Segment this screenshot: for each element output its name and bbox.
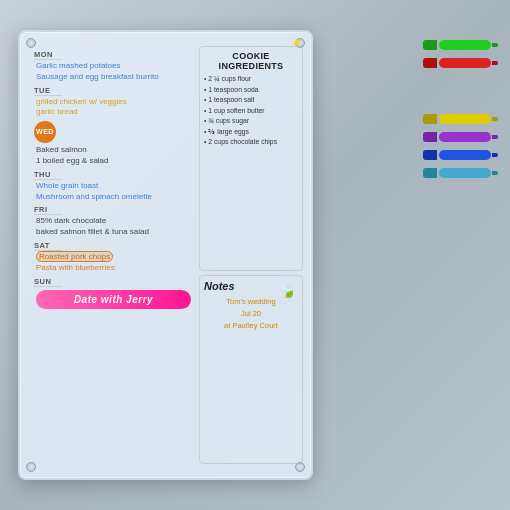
sun-icon: ☀ <box>291 35 303 50</box>
marker-yellow-cap <box>423 114 437 124</box>
tue-line1: grilled chicken w/ veggies <box>36 97 127 106</box>
day-label-mon: MON <box>34 50 62 60</box>
wed-line1: Baked salmon <box>36 145 87 154</box>
ingredient-item: 1 cup soften butter <box>204 106 298 117</box>
sat-line2: Pasta with blueberries <box>36 263 115 272</box>
notes-box: Notes 🍃 Tom's wedding Jul 20 at Pautley … <box>199 275 303 464</box>
board-inner: MON Garlic mashed potatoes Sausage and e… <box>26 38 305 472</box>
thu-line2: Mushroom and spinach omelette <box>36 192 152 201</box>
fridge-background: MON Garlic mashed potatoes Sausage and e… <box>0 0 510 510</box>
marker-red-cap <box>423 58 437 68</box>
marker-green-tip <box>492 43 498 47</box>
marker-purple-body <box>439 132 491 142</box>
schedule-column: MON Garlic mashed potatoes Sausage and e… <box>26 38 193 472</box>
day-content-tue: grilled chicken w/ veggies garlic bread <box>34 97 191 119</box>
marker-green <box>423 40 498 50</box>
whiteboard: MON Garlic mashed potatoes Sausage and e… <box>18 30 313 480</box>
ingredient-item: 2 ¼ cups flour <box>204 74 298 85</box>
markers-area <box>423 40 498 178</box>
mon-line1: Garlic mashed potatoes <box>36 61 121 70</box>
ingredient-item: 2 cups chocolate chips <box>204 137 298 148</box>
ingredient-item: ¾ cups sugar <box>204 116 298 127</box>
marker-red-body <box>439 58 491 68</box>
marker-yellow <box>423 114 498 124</box>
mon-line2: Sausage and egg breakfast burrito <box>36 72 159 81</box>
marker-blue-body <box>439 150 491 160</box>
fri-line2: baked salmon fillet & tuna salad <box>36 227 149 236</box>
notes-content: Tom's wedding Jul 20 at Pautley Court <box>204 296 298 332</box>
day-row-sat: SAT Roasted pork chops Pasta with bluebe… <box>34 241 191 274</box>
day-content-sun: Date with Jerry <box>34 288 191 310</box>
notes-line2: Jul 20 <box>204 308 298 320</box>
day-label-fri: FRI <box>34 205 62 215</box>
day-content-thu: Whole grain toast Mushroom and spinach o… <box>34 181 191 203</box>
marker-group-top <box>423 40 498 68</box>
marker-red <box>423 58 498 68</box>
wed-circle: WED <box>34 121 56 143</box>
screw-bl <box>26 462 36 472</box>
day-row-wed: WED Baked salmon 1 boiled egg & salad <box>34 121 191 167</box>
marker-blue <box>423 150 498 160</box>
day-content-fri: 85% dark chocolate baked salmon fillet &… <box>34 216 191 238</box>
ingredient-item: 1 teaspoon soda <box>204 85 298 96</box>
notes-line3: at Pautley Court <box>204 320 298 332</box>
tue-line2: garlic bread <box>36 107 78 116</box>
day-label-sat: SAT <box>34 241 62 251</box>
screw-tl <box>26 38 36 48</box>
wed-line2: 1 boiled egg & salad <box>36 156 109 165</box>
day-row-tue: TUE grilled chicken w/ veggies garlic br… <box>34 86 191 119</box>
marker-teal-cap <box>423 168 437 178</box>
marker-purple <box>423 132 498 142</box>
day-label-tue: TUE <box>34 86 62 96</box>
day-row-sun: SUN Date with Jerry <box>34 277 191 310</box>
ingredient-item: ⅔ large eggs <box>204 127 298 138</box>
sat-line1: Roasted pork chops <box>36 251 113 262</box>
marker-green-cap <box>423 40 437 50</box>
marker-yellow-tip <box>492 117 498 121</box>
day-content-wed: Baked salmon 1 boiled egg & salad <box>34 145 191 167</box>
marker-teal <box>423 168 498 178</box>
marker-purple-tip <box>492 135 498 139</box>
ingredients-list: 2 ¼ cups flour 1 teaspoon soda 1 teaspoo… <box>204 74 298 148</box>
right-column: COOKIE INGREDIENTS ☀ 2 ¼ cups flour 1 te… <box>197 38 305 472</box>
marker-blue-cap <box>423 150 437 160</box>
day-content-mon: Garlic mashed potatoes Sausage and egg b… <box>34 61 191 83</box>
marker-green-body <box>439 40 491 50</box>
ingredients-title: COOKIE INGREDIENTS <box>204 51 298 71</box>
marker-teal-body <box>439 168 491 178</box>
date-with-jerry-label: Date with Jerry <box>36 290 191 310</box>
marker-blue-tip <box>492 153 498 157</box>
day-content-sat: Roasted pork chops Pasta with blueberrie… <box>34 252 191 274</box>
day-label-sun: SUN <box>34 277 62 287</box>
marker-yellow-body <box>439 114 491 124</box>
ingredient-item: 1 teaspoon salt <box>204 95 298 106</box>
day-row-mon: MON Garlic mashed potatoes Sausage and e… <box>34 50 191 83</box>
fri-line1: 85% dark chocolate <box>36 216 106 225</box>
day-row-fri: FRI 85% dark chocolate baked salmon fill… <box>34 205 191 238</box>
day-row-thu: THU Whole grain toast Mushroom and spina… <box>34 170 191 203</box>
thu-line1: Whole grain toast <box>36 181 98 190</box>
marker-group-bottom <box>423 114 498 178</box>
day-label-wed: WED <box>34 121 191 144</box>
ingredients-box: COOKIE INGREDIENTS ☀ 2 ¼ cups flour 1 te… <box>199 46 303 271</box>
spacer <box>423 86 498 96</box>
marker-red-tip <box>492 61 498 65</box>
day-label-thu: THU <box>34 170 62 180</box>
marker-teal-tip <box>492 171 498 175</box>
marker-purple-cap <box>423 132 437 142</box>
